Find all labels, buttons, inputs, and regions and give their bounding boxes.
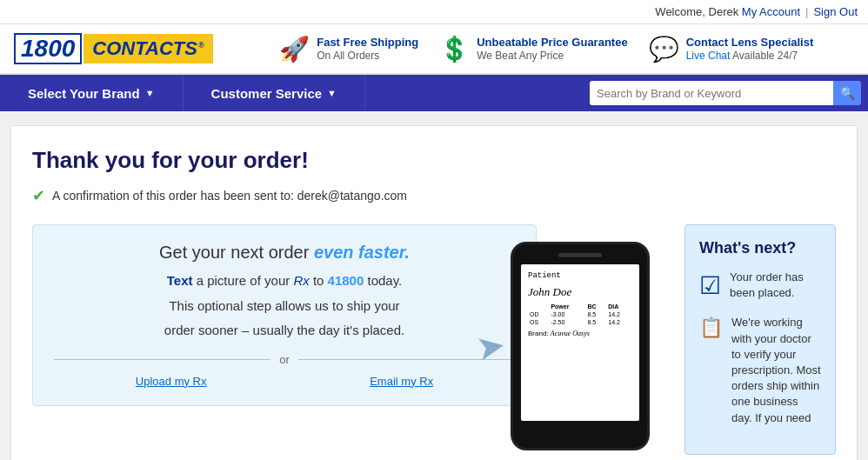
perk-price: 💲 Unbeatable Price Guarantee We Beat Any… (439, 35, 627, 63)
chevron-down-icon: ▼ (327, 88, 337, 98)
shipping-icon: 🚀 (279, 35, 310, 63)
nav-search: 🔍 (590, 81, 861, 105)
rx-label: Rx (293, 273, 309, 288)
email-rx-link[interactable]: Email my Rx (370, 375, 433, 388)
rx-table: Power BC DIA OD -3.00 8.5 14.2 (528, 303, 632, 326)
brand-line: Brand: Acuvue Oasys (528, 330, 632, 337)
arrow-icon: ➤ (472, 323, 508, 368)
price-title: Unbeatable Price Guarantee (477, 36, 627, 50)
table-row: OS -2.50 8.5 14.2 (528, 318, 632, 326)
nav-select-brand[interactable]: Select Your Brand ▼ (0, 75, 184, 111)
nav-bar: Select Your Brand ▼ Customer Service ▼ 🔍 (0, 75, 868, 111)
table-row: OD -3.00 8.5 14.2 (528, 310, 632, 318)
phone-mockup: Patient John Doe Power BC DIA OD (511, 242, 650, 450)
phone-speaker (558, 253, 602, 257)
logo[interactable]: 1800 CONTACTS® (14, 33, 213, 64)
checkmark-icon: ✔ (32, 186, 45, 205)
whats-next-box: What's next? ☑ Your order has been place… (684, 224, 836, 455)
search-button[interactable]: 🔍 (833, 81, 861, 105)
whats-next-heading: What's next? (699, 239, 821, 257)
rx-line1: Text a picture of your Rx to 41800 today… (54, 271, 515, 291)
rx-heading: Get your next order even faster. (54, 243, 515, 263)
order-placed-text: Your order has been placed. (730, 270, 821, 301)
verifying-text: We're working with your doctor to verify… (731, 315, 821, 425)
separator: | (805, 5, 808, 18)
upload-rx-link[interactable]: Upload my Rx (136, 375, 207, 388)
price-sub: We Beat Any Price (477, 50, 627, 62)
or-text: or (279, 353, 290, 366)
header-perks: 🚀 Fast Free Shipping On All Orders 💲 Unb… (239, 35, 854, 63)
table-header-row: Power BC DIA (528, 303, 632, 310)
phone-number: 41800 (328, 273, 364, 288)
specialist-sub: Live Chat Available 24/7 (686, 50, 814, 62)
rx-divider: or (54, 353, 515, 366)
text-label: Text (167, 273, 193, 288)
price-icon: 💲 (439, 35, 470, 63)
next-item-verifying: 📋 We're working with your doctor to veri… (699, 315, 821, 425)
my-account-link[interactable]: My Account (742, 5, 800, 18)
welcome-text: Welcome, Derek (655, 5, 738, 18)
specialist-title: Contact Lens Specialist (686, 36, 814, 50)
patient-label: Patient (528, 271, 632, 280)
rx-left-wrapper: Get your next order even faster. Text a … (32, 224, 537, 406)
next-item-placed: ☑ Your order has been placed. (699, 270, 821, 301)
rx-section-wrapper: Get your next order even faster. Text a … (32, 224, 836, 455)
thank-you-heading: Thank you for your order! (32, 147, 836, 174)
confirmation-text: A confirmation of this order has been se… (52, 189, 407, 203)
perk-shipping: 🚀 Fast Free Shipping On All Orders (279, 35, 418, 63)
specialist-icon: 💬 (649, 35, 679, 63)
chevron-down-icon: ▼ (145, 88, 155, 98)
rx-line3: order sooner – usually the day it's plac… (54, 321, 515, 341)
shipping-sub: On All Orders (317, 50, 418, 62)
main-content: Thank you for your order! ✔ A confirmati… (10, 125, 858, 460)
logo-1800: 1800 (14, 33, 82, 64)
rx-box: Get your next order even faster. Text a … (32, 224, 537, 406)
search-icon: 🔍 (840, 86, 855, 100)
confirmation-line: ✔ A confirmation of this order has been … (32, 186, 836, 205)
site-header: 1800 CONTACTS® 🚀 Fast Free Shipping On A… (0, 24, 868, 75)
perk-specialist: 💬 Contact Lens Specialist Live Chat Avai… (649, 35, 814, 63)
brand-name: Acuvue Oasys (551, 330, 590, 337)
sign-out-link[interactable]: Sign Out (813, 5, 858, 18)
logo-contacts: CONTACTS® (83, 34, 212, 63)
rx-actions: Upload my Rx Email my Rx (54, 375, 515, 388)
patient-name: John Doe (528, 285, 632, 299)
order-placed-icon: ☑ (699, 271, 721, 300)
live-chat-link[interactable]: Live Chat (686, 50, 731, 62)
phone-screen: Patient John Doe Power BC DIA OD (521, 264, 639, 421)
specialist-sub-suffix: Available 24/7 (732, 50, 798, 62)
top-bar: Welcome, Derek My Account | Sign Out (0, 0, 868, 24)
rx-line2: This optional step allows us to ship you… (54, 297, 515, 317)
search-input[interactable] (590, 81, 833, 105)
rx-verify-icon: 📋 (699, 317, 723, 339)
nav-customer-service[interactable]: Customer Service ▼ (184, 75, 365, 111)
shipping-title: Fast Free Shipping (317, 36, 418, 50)
